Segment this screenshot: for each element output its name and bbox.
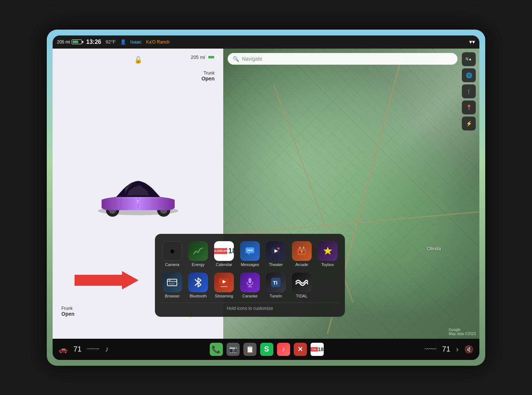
cal-tb-month: CAL [312, 348, 316, 350]
volume-icon[interactable]: 🔇 [464, 345, 474, 354]
tunein-label: TuneIn [270, 294, 282, 298]
karaoke-icon [240, 273, 260, 292]
theater-label: Theater [269, 262, 283, 267]
svg-rect-31 [220, 286, 228, 287]
app-camera[interactable]: ● Camera [161, 240, 184, 268]
clock: 13:26 [86, 39, 101, 45]
cancel-icon: ✕ [297, 345, 303, 353]
app-tunein[interactable]: TI TuneIn [264, 271, 287, 300]
chevron-right-icon[interactable]: › [456, 345, 459, 353]
app-energy[interactable]: Energy [187, 240, 210, 268]
calendar-tb-button[interactable]: CAL 18 [311, 343, 324, 356]
customize-hint: Hold icons to customize [161, 303, 339, 311]
files-icon: 📋 [246, 345, 254, 353]
app-browser[interactable]: Browser [161, 271, 184, 300]
google-text: Google [449, 328, 460, 332]
browser-label: Browser [165, 294, 179, 298]
svg-point-15 [277, 247, 280, 250]
status-right: ▾▾ [469, 38, 475, 45]
location-button[interactable]: 📍 [462, 100, 476, 114]
svg-text:TI: TI [273, 280, 277, 286]
bluetooth-label: Bluetooth [190, 294, 206, 298]
apple-music-button[interactable]: ♪ [277, 343, 290, 356]
cancel-button[interactable]: ✕ [294, 343, 307, 356]
toybox-icon [318, 241, 338, 261]
compass-button[interactable]: N▲ [462, 52, 476, 66]
car-image: T [87, 160, 189, 233]
svg-marker-7 [75, 271, 138, 289]
olinda-label: Olinda [427, 246, 441, 251]
svg-marker-23 [323, 247, 332, 255]
music-icon[interactable]: ♪ [105, 345, 109, 353]
temperature: 92°F [106, 39, 116, 45]
heat-seat-left-icon[interactable]: 〰〰 [87, 346, 99, 353]
battery-icon [72, 39, 82, 44]
map-controls: N▲ 🌐 ⋮ 📍 ⚡ [462, 52, 476, 130]
svg-marker-9 [247, 253, 250, 255]
user-name: Isaac [130, 39, 142, 45]
toybox-label: Toybox [321, 262, 334, 267]
apple-music-icon: ♪ [282, 345, 285, 353]
svg-point-20 [303, 251, 305, 253]
spotify-button[interactable]: S [260, 343, 273, 356]
app-calendar[interactable]: CALENDAR 18 Calendar [213, 240, 236, 268]
main-content: 205 mi Trunk Open 🔓 [53, 49, 479, 339]
battery-bar [208, 56, 214, 58]
svg-point-10 [247, 250, 249, 251]
app-caraoke[interactable]: Caraoke [239, 271, 262, 300]
camera-icon: ● [162, 241, 182, 261]
charge-button[interactable]: ⚡ [462, 117, 476, 130]
taskbar: 🚗 71 〰〰 ♪ 📞 📷 📋 S ♪ [53, 339, 479, 360]
app-bluetooth[interactable]: Bluetooth [187, 271, 210, 300]
app-messages[interactable]: Messages [239, 240, 262, 268]
energy-icon [188, 241, 208, 261]
google-attribution: Google Map data ©2023 [449, 328, 476, 336]
theater-icon [266, 241, 286, 261]
svg-rect-17 [299, 247, 301, 249]
right-temp[interactable]: 71 [442, 345, 450, 353]
arcade-label: Arcade [295, 262, 308, 267]
taskbar-right: 〰〰 71 › 🔇 [425, 345, 474, 354]
app-theater[interactable]: Theater [264, 240, 287, 268]
phone-button[interactable]: 📞 [210, 343, 223, 356]
app-streaming[interactable]: Streaming [213, 271, 236, 300]
tesla-screen: 205 mi 13:26 92°F 👤 Isaac Ka'O Ranch ▾▾ … [53, 35, 479, 360]
frunk-status[interactable]: Frunk Open [61, 306, 75, 317]
heat-seat-right-icon[interactable]: 〰〰 [425, 346, 436, 353]
map-search-bar[interactable]: 🔍 Navigate [228, 53, 457, 65]
status-bar: 205 mi 13:26 92°F 👤 Isaac Ka'O Ranch ▾▾ [53, 35, 479, 49]
map-road-3 [224, 211, 479, 235]
frunk-label: Frunk [61, 306, 75, 311]
red-arrow-indicator [75, 269, 140, 291]
tidal-icon [292, 273, 312, 292]
map-data-text: Map data ©2023 [449, 332, 476, 336]
left-temp[interactable]: 71 [73, 345, 81, 353]
globe-icon: 🌐 [466, 72, 472, 78]
taskbar-left: 🚗 71 〰〰 ♪ [58, 345, 109, 354]
wifi-icon: ▾▾ [469, 38, 475, 45]
camera-button[interactable]: 📷 [227, 343, 240, 356]
car-icon[interactable]: 🚗 [58, 345, 68, 354]
camera-label: Camera [165, 262, 179, 267]
compass-icon: N▲ [466, 57, 472, 61]
taskbar-center: 📞 📷 📋 S ♪ ✕ CAL [210, 343, 324, 356]
svg-rect-22 [301, 251, 302, 252]
search-placeholder: Navigate [242, 56, 262, 62]
app-toybox[interactable]: Toybox [316, 240, 339, 268]
camera-tb-icon: 📷 [229, 345, 237, 353]
bluetooth-icon [188, 273, 208, 292]
tunein-icon: TI [266, 273, 286, 292]
location-icon: 📍 [466, 105, 472, 110]
app-arcade[interactable]: Arcade [290, 240, 313, 268]
svg-point-12 [251, 250, 252, 251]
globe-button[interactable]: 🌐 [462, 68, 476, 82]
layers-button[interactable]: ⋮ [462, 84, 476, 98]
spotify-icon: S [264, 345, 269, 353]
svg-point-11 [249, 250, 251, 251]
files-button[interactable]: 📋 [243, 343, 256, 356]
app-tidal[interactable]: TIDAL [290, 271, 313, 300]
location-name: Ka'O Ranch [146, 39, 170, 45]
frunk-value: Open [61, 311, 75, 317]
browser-icon [162, 273, 182, 292]
messages-label: Messages [241, 262, 259, 267]
